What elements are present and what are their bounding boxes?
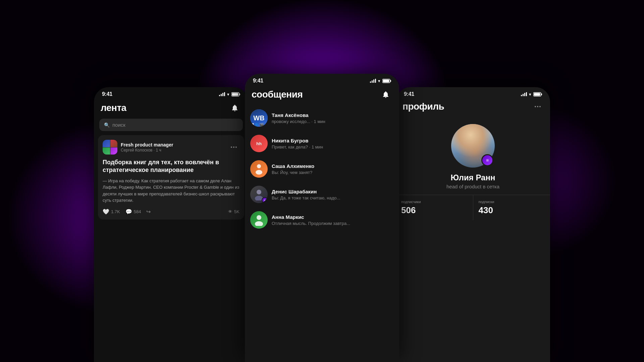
profile-role: head of product в сетка [446,184,499,189]
feed-phone: 9:41 ▾ лента [94,87,248,362]
message-item[interactable]: ≡ Денис Шарабакин Вы: Да, я тоже так счи… [245,182,399,207]
author-name-text: Сергей Колосков [121,148,152,153]
battery-icon [231,92,240,97]
like-button[interactable]: 🤍 1.7K [103,208,120,215]
messages-time: 9:41 [253,78,263,84]
post-header: Fresh product manager Сергей Колосков · … [103,140,239,155]
signal-icon [219,92,225,96]
message-info-anna: Анна Маркис Отличная мысль. Продолжим за… [272,214,394,226]
message-item[interactable]: hh Никита Бугров Привет, как дела? · 1 м… [245,131,399,156]
avatar-cell-4 [110,147,118,155]
message-preview: провожу исследо... · 1 мин [272,119,394,124]
message-info-sasha: Саша Алхименко Вы: Йоу, чем занят? [272,163,394,175]
svg-rect-14 [534,93,540,96]
message-name: Никита Бугров [272,138,394,143]
signal-icon-msg [370,79,376,83]
avatar-cell-3 [103,147,110,155]
messages-header: сообщения [245,85,399,105]
profile-stats: подписчики 506 подписки 430 [396,195,550,220]
views-count: 👁 5K [228,209,239,214]
wifi-icon-profile: ▾ [529,92,531,97]
views-value: 5K [234,209,239,214]
avatar-tanya: WB 🖼👤🎬 [250,109,268,127]
signal-icon-profile [521,92,527,96]
following-value: 430 [479,205,545,216]
message-name: Саша Алхименко [272,163,394,169]
messages-list: WB 🖼👤🎬 Таня Аксёнова провожу исследо... … [245,105,399,362]
person-icon [254,163,264,175]
message-item[interactable]: Анна Маркис Отличная мысль. Продолжим за… [245,207,399,233]
following-label: подписки [479,200,545,204]
three-dots-profile-icon [535,106,541,107]
svg-rect-13 [541,94,542,95]
profile-time: 9:41 [404,91,414,97]
profile-title: профиль [402,101,444,112]
message-preview: Вы: Йоу, чем занят? [272,170,394,175]
followers-value: 506 [401,205,468,216]
post-more-button[interactable] [228,145,239,149]
feed-bell-button[interactable] [228,101,241,115]
avatar-initials: hh [256,141,262,146]
avatar-cell-1 [103,140,110,147]
followers-label: подписчики [401,200,468,204]
feed-title: лента [101,103,126,113]
author-info: Fresh product manager Сергей Колосков · … [121,142,173,153]
status-bar-profile: 9:41 ▾ [396,87,550,99]
svg-point-8 [257,190,261,194]
post-actions: 🤍 1.7K 💬 584 ↪ 👁 5K [103,208,239,215]
message-name: Таня Аксёнова [272,112,394,118]
profile-avatar-wrap: ≡ [451,124,495,168]
search-input: поиск [112,122,125,128]
message-item[interactable]: WB 🖼👤🎬 Таня Аксёнова провожу исследо... … [245,105,399,131]
profile-more-button[interactable] [532,105,543,109]
battery-icon-profile [533,92,542,97]
post-body: — Игра на победу. Как стратегия работает… [103,178,239,204]
share-button[interactable]: ↪ [146,208,151,215]
svg-rect-1 [239,94,240,95]
messages-status-icons: ▾ [370,78,391,83]
avatar-sasha [250,160,268,178]
share-icon: ↪ [146,208,151,215]
search-bar[interactable]: 🔍 поиск [99,119,243,131]
profile-phone: 9:41 ▾ профиль [396,87,550,362]
person-icon-anna [254,214,264,226]
comment-icon: 💬 [125,208,132,215]
likes-count: 1.7K [111,209,120,214]
badge-icon: ≡ [486,158,489,163]
comment-button[interactable]: 💬 584 [125,208,141,215]
svg-point-7 [256,170,262,175]
author-meta: Сергей Колосков · 1 ч [121,148,173,153]
svg-point-11 [255,221,263,226]
feed-time: 9:41 [102,91,112,97]
author-time: · 1 ч [154,148,161,153]
message-preview: Вы: Да, я тоже так считаю, надо... [272,195,394,200]
avatar-nikita: hh [250,135,268,152]
eye-icon: 👁 [228,209,232,214]
message-preview: Отличная мысль. Продолжим завтра... [272,221,394,226]
avatar-cell-2 [110,140,118,147]
message-info-denis: Денис Шарабакин Вы: Да, я тоже так счита… [272,189,394,200]
messages-bell-button[interactable] [379,88,392,101]
profile-status-icons: ▾ [521,92,542,97]
wifi-icon-msg: ▾ [378,78,380,83]
channel-name: Fresh product manager [121,142,173,147]
bell-icon [231,104,239,112]
followers-stat: подписчики 506 [396,195,473,220]
message-item[interactable]: Саша Алхименко Вы: Йоу, чем занят? [245,156,399,182]
heart-icon: 🤍 [103,208,109,215]
wb-letters: WB [253,114,264,122]
search-icon: 🔍 [104,122,110,128]
message-info-nikita: Никита Бугров Привет, как дела? · 1 мин [272,138,394,149]
bell-icon-msg [382,90,390,99]
svg-rect-2 [232,93,238,96]
svg-rect-4 [390,80,391,82]
profile-header: профиль [396,99,550,116]
message-name: Денис Шарабакин [272,189,394,194]
avatar-anna [250,211,268,229]
screens-container: 9:41 ▾ лента [0,0,644,362]
message-name: Анна Маркис [272,214,394,220]
post-card: Fresh product manager Сергей Колосков · … [98,135,244,220]
svg-rect-5 [383,79,389,82]
status-bar-messages: 9:41 ▾ [245,74,399,85]
feed-status-icons: ▾ [219,92,240,97]
